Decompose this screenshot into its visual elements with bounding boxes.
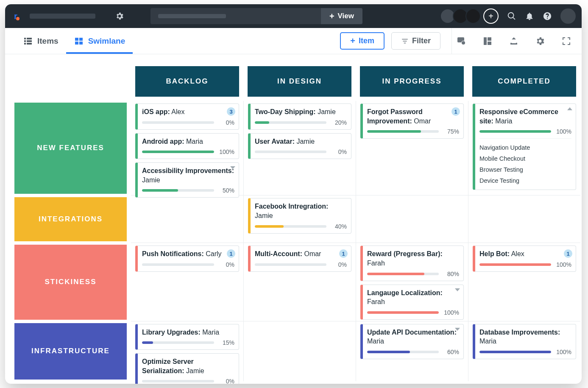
card[interactable]: Update API Documentation: Maria60%	[360, 324, 464, 359]
card-title: iOS app: Alex	[142, 107, 234, 117]
tab-items[interactable]: Items	[15, 28, 66, 54]
lane-label-stickiness[interactable]: STICKINESS	[14, 245, 127, 319]
view-toolbar: Items Swimlane + Item Filter	[5, 28, 582, 54]
chevron-up-icon[interactable]	[567, 107, 572, 110]
cell-new_features-backlog: iOS app: Alex0%3Android app: Maria100%Ac…	[131, 101, 243, 195]
topbar: r + View +	[5, 4, 582, 28]
card-progress: 80%	[443, 271, 459, 277]
card-title: Reward (Pregress Bar): Farah	[367, 249, 459, 268]
card-progress: 40%	[331, 223, 347, 230]
column-header-backlog: BACKLOG	[135, 66, 239, 97]
filter-label: Filter	[412, 36, 431, 45]
card-progress: 15%	[218, 339, 234, 346]
card-title: Two-Day Shipping: Jamie	[255, 107, 347, 117]
card[interactable]: Android app: Maria100%	[135, 133, 239, 159]
workspace-title[interactable]	[30, 14, 95, 19]
card[interactable]: iOS app: Alex0%3	[135, 103, 239, 130]
column-header-completed: COMPLETED	[472, 66, 576, 97]
bell-icon[interactable]	[525, 11, 534, 21]
subitem[interactable]: Browser Testing	[479, 164, 571, 175]
avatar-group[interactable]: +	[440, 8, 499, 24]
svg-rect-18	[488, 42, 491, 45]
svg-rect-7	[79, 38, 83, 41]
subitem[interactable]: Device Testing	[479, 175, 571, 186]
tab-swimlane-label: Swimlane	[88, 36, 125, 46]
search-icon[interactable]	[507, 11, 516, 21]
card[interactable]: User Avatar: Jamie0%	[248, 133, 351, 159]
card[interactable]: Push Notifications: Carly0%1	[135, 246, 239, 272]
settings-icon[interactable]	[115, 11, 124, 21]
cell-stickiness-backlog: Push Notifications: Carly0%1	[131, 243, 243, 321]
tab-swimlane[interactable]: Swimlane	[66, 28, 133, 54]
card-title: Optimize Server Serialization: Jamie	[142, 357, 234, 375]
card[interactable]: Two-Day Shipping: Jamie20%	[248, 103, 351, 130]
card-subitems: Navigation UpdateMobile CheckoutBrowser …	[479, 138, 571, 186]
subitem[interactable]: Mobile Checkout	[479, 153, 571, 164]
cell-new_features-in_progress: Forgot Password Improvement: Omar75%1	[356, 101, 468, 195]
chevron-down-icon[interactable]	[455, 328, 460, 331]
add-view-button[interactable]: + View	[321, 8, 362, 24]
lane-label-new_features[interactable]: NEW FEATURES	[14, 103, 127, 194]
card-title: Update API Documentation: Maria	[367, 328, 459, 346]
card-title: Help Bot: Alex	[479, 249, 571, 259]
add-item-label: Item	[359, 36, 374, 45]
subitem[interactable]: Navigation Update	[479, 142, 571, 153]
help-icon[interactable]	[543, 11, 552, 21]
lane-label-infrastructure[interactable]: INFRASTRUCTURE	[14, 323, 127, 380]
card[interactable]: Reward (Pregress Bar): Farah80%	[360, 246, 464, 281]
card[interactable]: Database Improvements: Maria100%	[473, 324, 576, 359]
card-badge: 1	[451, 107, 460, 116]
card[interactable]: Facebook Intregration: Jamie40%	[248, 198, 351, 233]
lane-label-integrations[interactable]: INTEGRATIONS	[14, 197, 127, 241]
cell-stickiness-in_design: Multi-Account: Omar0%1	[243, 243, 356, 321]
card-progress: 0%	[218, 261, 234, 268]
cell-stickiness-in_progress: Reward (Pregress Bar): Farah80%Langauge …	[356, 243, 468, 321]
card-title: Database Improvements: Maria	[479, 328, 571, 346]
add-view-label: View	[338, 12, 354, 20]
current-user-avatar[interactable]	[560, 8, 576, 24]
card-progress: 0%	[331, 148, 347, 155]
card[interactable]: Langauge Localization: Farah100%	[360, 285, 464, 320]
cell-infrastructure-in_design	[243, 321, 356, 381]
chevron-down-icon[interactable]	[455, 288, 460, 291]
card-title: Push Notifications: Carly	[142, 249, 234, 259]
chevron-down-icon[interactable]	[230, 166, 235, 169]
card[interactable]: Multi-Account: Omar0%1	[248, 246, 351, 272]
card[interactable]: Forgot Password Improvement: Omar75%1	[360, 103, 464, 139]
card[interactable]: Responsive eCommerce site: Maria100%Navi…	[473, 103, 576, 190]
card[interactable]: Help Bot: Alex100%1	[473, 246, 576, 272]
svg-rect-17	[488, 37, 491, 41]
cell-integrations-in_design: Facebook Intregration: Jamie40%	[243, 195, 356, 243]
layout-icon[interactable]	[482, 36, 493, 46]
avatar[interactable]	[465, 8, 481, 24]
search-bar[interactable]: + View	[150, 8, 362, 24]
link-icon[interactable]	[456, 36, 466, 46]
cell-infrastructure-backlog: Library Upgrades: Maria15%Optimize Serve…	[131, 321, 243, 381]
svg-point-15	[462, 41, 465, 45]
card[interactable]: Optimize Server Serialization: Jamie0%	[135, 353, 239, 384]
gear-icon[interactable]	[535, 36, 545, 46]
card-progress: 100%	[555, 349, 571, 355]
filter-button[interactable]: Filter	[391, 32, 440, 50]
cell-new_features-in_design: Two-Day Shipping: Jamie20%User Avatar: J…	[243, 101, 356, 195]
add-member-button[interactable]: +	[483, 8, 499, 24]
card-progress: 20%	[331, 119, 347, 126]
svg-rect-10	[402, 39, 408, 39]
svg-rect-16	[484, 37, 487, 45]
card[interactable]: Accessibility Improvements: Jamie50%	[135, 162, 239, 198]
cell-integrations-in_progress	[356, 195, 468, 243]
expand-icon[interactable]	[561, 36, 571, 46]
cell-infrastructure-completed: Database Improvements: Maria100%	[468, 321, 580, 381]
card-progress: 0%	[218, 378, 234, 384]
app-logo[interactable]: r	[11, 10, 24, 22]
cell-stickiness-completed: Help Bot: Alex100%1	[468, 243, 580, 321]
card[interactable]: Library Upgrades: Maria15%	[135, 324, 239, 350]
add-item-button[interactable]: + Item	[340, 32, 385, 50]
card-progress: 75%	[443, 128, 459, 135]
export-icon[interactable]	[509, 36, 519, 46]
svg-rect-11	[403, 41, 407, 42]
card-progress: 0%	[218, 119, 234, 126]
card-title: Accessibility Improvements: Jamie	[142, 166, 234, 184]
column-header-inprogress: IN PROGRESS	[360, 66, 464, 97]
card-badge: 3	[227, 107, 235, 116]
